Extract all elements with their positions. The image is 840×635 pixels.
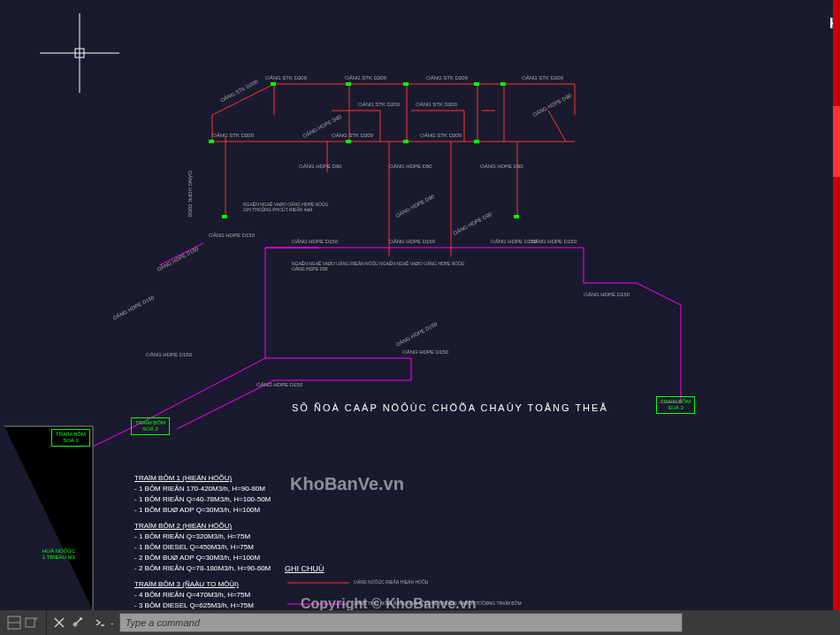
station-box-2: TRAÏM BÔMSOÁ 2 [131,417,170,435]
pipe-label: OÁNG HDPE D90 [389,164,432,169]
pipe-label: OÁNG HDPE D90 [480,164,523,169]
close-icon[interactable] [54,616,68,630]
pipe-label: OÁNG STK D200 [345,75,386,80]
svg-rect-5 [209,140,214,143]
scrollbar-vertical[interactable] [833,0,840,610]
drawing-canvas[interactable]: OÁNG STK D200 OÁNG STK D200 OÁNG STK D20… [0,0,840,610]
svg-rect-1 [346,82,351,86]
svg-rect-10 [514,215,519,218]
station-box-3: TRAÏM BÔMSOÁ 3 [656,396,695,414]
layout-plus-icon[interactable]: + [25,616,39,630]
scrollbar-thumb[interactable] [833,106,840,177]
command-history-area[interactable] [686,613,836,632]
pipe-label: OÁNG HDPE D150 [531,239,577,244]
command-placeholder: Type a command [126,617,200,628]
pipe-label: OÁNG STK D200 [426,75,468,80]
svg-rect-0 [271,82,276,86]
pipe-label: OÁNG HDPE D150 [584,292,630,297]
note-label: NGAÊN NGAÊ VAØO OÁNG HDPE NÖÛUGHI THOÛNG… [243,202,340,212]
reservoir-label: HOÀ NÖÔÙC1 TRIEÄU M3 [39,547,79,562]
svg-rect-7 [403,140,409,143]
command-separator: - [111,617,114,628]
svg-text:+: + [34,616,38,624]
customize-icon[interactable] [72,616,86,630]
pipe-label: OÁNG HDPE D150 [256,382,302,387]
svg-rect-8 [474,140,479,143]
pipe-label: OÁNG HDPE D150 [209,233,255,238]
ghi-chu-title: GHI CHUÙ [285,564,325,573]
pipe-label: OÁNG STK D200 [358,102,400,107]
legend-label: OÁNG THAY MÔÙI ÑAÁU NOÁI BÔØI HE THOÁNG … [354,601,522,606]
pipe-label: OÁNG HDPE D90 [299,164,342,169]
svg-rect-6 [346,140,351,143]
drawing-vectors [0,0,840,610]
drawing-title: SÔ ÑOÀ CAÁP NÖÔÙC CHÖÕA CHAÙY TOÅNG THEÅ [292,402,608,413]
pipe-label: OÁNG STK D200 [416,102,457,107]
pipe-label: OÁNG STK D200 [265,75,307,80]
command-prompt-icon [95,616,109,630]
command-input[interactable]: Type a command [119,613,683,632]
svg-rect-2 [403,82,409,86]
pipe-label: OÁNG HDPE D150 [402,349,448,355]
pipe-label: OÁNG STK D200 [332,133,373,138]
svg-rect-3 [474,82,479,86]
legend-label: OÁNG NÖÔÙC RIEÂN HIEÄN HÖÕU [354,579,428,585]
pipe-label: OÁNG STK D200 [522,75,563,80]
command-bar: + - Type a command [0,610,840,635]
note-label: NGAÊN NGAÊ VAØO OÁNG RIEÂN NÖÛU NGAÊN NG… [292,261,513,272]
pipe-label: OÁNG HDPE D150 [146,352,192,357]
pipe-label: OÁNG STK D200 [212,133,254,138]
svg-rect-4 [500,82,506,86]
pipe-label: OÁNG HDPE D200 [187,171,193,217]
pipe-label: OÁNG STK D200 [420,133,462,138]
station-box-1: TRAÏM BÔMSOÁ 1 [51,429,90,447]
pipe-label: OÁNG HDPE D150 [292,239,338,244]
model-layout-toggle-icon[interactable] [7,616,21,630]
notes-block: TRAÏM BÔM 1 (HIEÄN HÖÕU) - 1 BÔM RIEÂN 1… [134,473,271,622]
pipe-label: OÁNG HDPE D150 [389,239,435,244]
svg-rect-9 [222,215,227,218]
